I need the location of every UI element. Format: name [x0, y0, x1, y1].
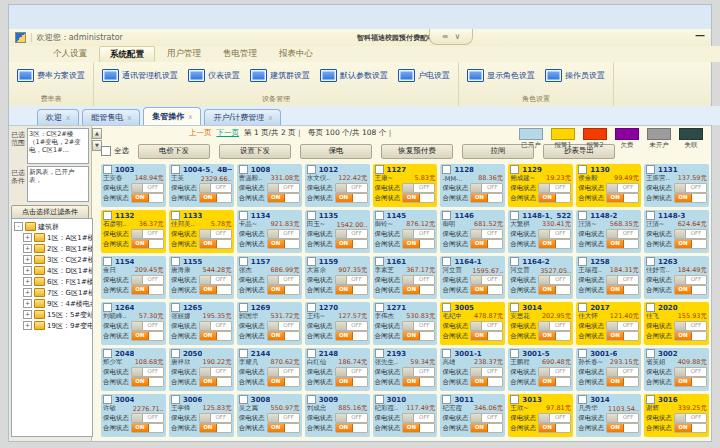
meter-card[interactable]: 1264 刘晓峰.. 57.30元 保电状态 OFF: [101, 302, 166, 345]
checkbox-icon[interactable]: [239, 165, 248, 174]
supply-toggle[interactable]: OFF: [199, 183, 232, 193]
ribbon-button[interactable]: 费率方案设置: [13, 65, 89, 86]
checkbox-icon[interactable]: [103, 165, 112, 174]
meter-card[interactable]: 1127 王康~ 5.83元 保电状态 OFF: [373, 164, 438, 207]
tree-root[interactable]: - 建筑群: [14, 221, 92, 232]
supply-toggle[interactable]: OFF: [470, 275, 503, 285]
meter-card[interactable]: 3005 毛纪中 478.87元 保电状态 OFF: [440, 302, 505, 345]
supply-toggle[interactable]: OFF: [470, 183, 503, 193]
checkbox-icon[interactable]: [307, 211, 316, 220]
supply-toggle[interactable]: OFF: [538, 229, 571, 239]
switch-toggle[interactable]: ON: [606, 331, 639, 341]
expand-icon[interactable]: +: [23, 233, 32, 242]
supply-toggle[interactable]: OFF: [674, 275, 707, 285]
switch-toggle[interactable]: ON: [267, 193, 300, 203]
checkbox-icon[interactable]: [239, 395, 248, 404]
action-button[interactable]: 电价下发: [138, 144, 210, 159]
checkbox-icon[interactable]: [103, 349, 112, 358]
switch-toggle[interactable]: ON: [674, 377, 707, 387]
checkbox-icon[interactable]: [578, 303, 587, 312]
switch-toggle[interactable]: ON: [674, 239, 707, 249]
meter-card[interactable]: 3008 吴之翼 550.97元 保电状态 OFF: [237, 394, 302, 437]
meter-card[interactable]: 3001-1 高雄 238.37元 保电状态 OFF: [440, 348, 505, 391]
meter-card[interactable]: 1270 王玮~ 127.57元 保电状态 OFF: [305, 302, 370, 345]
meter-card[interactable]: 1164-1 河立普 1595.67.. 保电状态 OFF: [440, 256, 505, 299]
checkbox-icon[interactable]: [646, 165, 655, 174]
action-button[interactable]: 设置下发: [219, 144, 291, 159]
meter-card[interactable]: 1258 王瑞霞.. 184.31元 保电状态 OFF: [576, 256, 641, 299]
menu-item[interactable]: 系统配置: [99, 46, 155, 63]
supply-toggle[interactable]: OFF: [606, 367, 639, 377]
supply-toggle[interactable]: OFF: [538, 321, 571, 331]
checkbox-icon[interactable]: [510, 257, 519, 266]
checkbox-icon[interactable]: [307, 303, 316, 312]
tree-item[interactable]: + 6区：F区1#楼 (1: [14, 276, 92, 287]
menu-item[interactable]: 个人设置: [43, 46, 97, 62]
switch-toggle[interactable]: ON: [606, 239, 639, 249]
checkbox-icon[interactable]: [646, 303, 655, 312]
chevron-down-icon[interactable]: ∨: [454, 32, 460, 41]
close-icon[interactable]: x: [268, 114, 272, 122]
supply-toggle[interactable]: OFF: [199, 229, 232, 239]
meter-card[interactable]: 3014 安思花 202.95元 保电状态 OFF: [508, 302, 573, 345]
supply-toggle[interactable]: OFF: [470, 321, 503, 331]
meter-card[interactable]: 1134 卡品~ 921.83元 保电状态 OFF: [237, 210, 302, 253]
checkbox-icon[interactable]: [442, 349, 451, 358]
meter-card[interactable]: 2193 张先生.. 59.34元 保电状态 OFF: [373, 348, 438, 391]
checkbox-icon[interactable]: [578, 165, 587, 174]
switch-toggle[interactable]: ON: [131, 193, 164, 203]
switch-toggle[interactable]: ON: [335, 285, 368, 295]
window-controls[interactable]: ≡ ∨: [429, 29, 473, 45]
checkbox-icon[interactable]: [442, 303, 451, 312]
checkbox-icon[interactable]: [103, 211, 112, 220]
supply-toggle[interactable]: OFF: [335, 413, 368, 423]
meter-card[interactable]: 3001-5 王鹏程 690.48元 保电状态 OFF: [508, 348, 573, 391]
meter-card[interactable]: 2050 唐祥欣 190.22元 保电状态 OFF: [169, 348, 234, 391]
tree-item[interactable]: + 4区：D区1#楼 (: [14, 265, 92, 276]
supply-toggle[interactable]: OFF: [267, 229, 300, 239]
meter-card[interactable]: 1003 王安春 148.94元 保电状态 OFF: [101, 164, 166, 207]
switch-toggle[interactable]: ON: [674, 285, 707, 295]
checkbox-icon[interactable]: [239, 211, 248, 220]
switch-toggle[interactable]: ON: [335, 331, 368, 341]
checkbox-icon[interactable]: [375, 211, 384, 220]
meter-card[interactable]: 1263 佳妤雪.. 184.49元 保电状态 OFF: [644, 256, 709, 299]
switch-toggle[interactable]: ON: [267, 331, 300, 341]
supply-toggle[interactable]: OFF: [674, 367, 707, 377]
switch-toggle[interactable]: ON: [402, 193, 435, 203]
switch-toggle[interactable]: ON: [538, 377, 571, 387]
supply-toggle[interactable]: OFF: [131, 183, 164, 193]
supply-toggle[interactable]: OFF: [402, 413, 435, 423]
supply-toggle[interactable]: OFF: [131, 321, 164, 331]
checkbox-icon[interactable]: [442, 395, 451, 404]
switch-toggle[interactable]: ON: [335, 377, 368, 387]
switch-toggle[interactable]: ON: [199, 239, 232, 249]
checkbox-icon[interactable]: [307, 349, 316, 358]
meter-card[interactable]: 1004-5、4B一 王英 2329.66.. 保电状态 OFF: [169, 164, 234, 207]
close-icon[interactable]: x: [127, 114, 131, 122]
close-icon[interactable]: x: [66, 114, 70, 122]
checkbox-icon[interactable]: [375, 303, 384, 312]
checkbox-icon[interactable]: [375, 257, 384, 266]
checkbox-icon[interactable]: [510, 349, 519, 358]
meter-card[interactable]: 1157 张杰 686.99元 保电状态 OFF: [237, 256, 302, 299]
collapse-icon[interactable]: -: [14, 222, 23, 231]
checkbox-icon[interactable]: [103, 303, 112, 312]
supply-toggle[interactable]: OFF: [267, 275, 300, 285]
supply-toggle[interactable]: OFF: [674, 321, 707, 331]
meter-card[interactable]: 1148-2 汪清~ 568.35元 保电状态 OFF: [576, 210, 641, 253]
expand-icon[interactable]: +: [23, 277, 32, 286]
checkbox-icon[interactable]: [171, 349, 180, 358]
switch-toggle[interactable]: ON: [538, 193, 571, 203]
checkbox-icon[interactable]: [171, 303, 180, 312]
scope-value-box[interactable]: 3区：C区2#楼 （1#变电，2#变电，C区1#...: [27, 128, 89, 164]
checkbox-icon[interactable]: [375, 349, 384, 358]
checkbox-icon[interactable]: [307, 395, 316, 404]
meter-card[interactable]: 3011 纪宏霞 346.06元 保电状态 OFF: [440, 394, 505, 437]
switch-toggle[interactable]: ON: [470, 285, 503, 295]
supply-toggle[interactable]: OFF: [199, 367, 232, 377]
switch-toggle[interactable]: ON: [267, 377, 300, 387]
meter-card[interactable]: 2148 白红仙 186.74元 保电状态 OFF: [305, 348, 370, 391]
next-page-link[interactable]: 下一页: [217, 128, 240, 138]
meter-card[interactable]: 1159 大富余 907.35元 保电状态 OFF: [305, 256, 370, 299]
